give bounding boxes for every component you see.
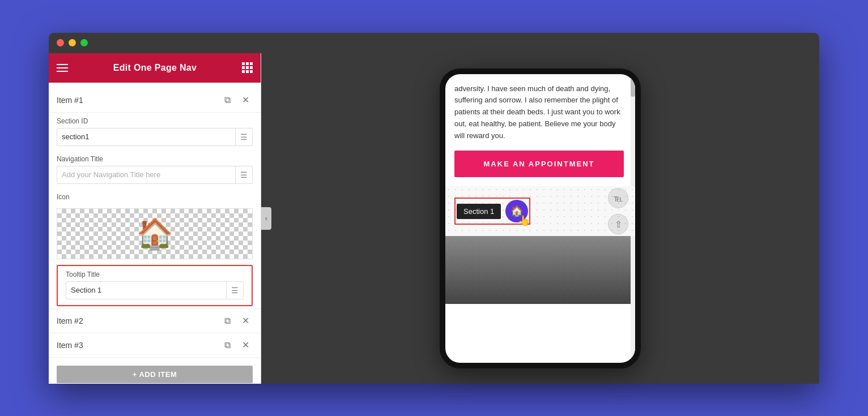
window-body: Edit One Page Nav Item #1 ⧉ ✕: [49, 53, 819, 384]
tooltip-title-input[interactable]: [66, 282, 226, 298]
item-2-delete-button[interactable]: ✕: [238, 314, 253, 328]
section-id-field: Section ID ☰: [49, 113, 261, 151]
phone-text-content: adversity. I have seen much of death and…: [445, 74, 635, 187]
left-panel: Edit One Page Nav Item #1 ⧉ ✕: [49, 53, 261, 384]
tooltip-title-label: Tooltip Title: [66, 271, 244, 278]
phone-paragraph: adversity. I have seen much of death and…: [454, 83, 624, 142]
nav-title-icon-button[interactable]: ☰: [235, 166, 252, 183]
side-nav-icons: ℡ ⇧: [608, 188, 628, 234]
maximize-button[interactable]: [80, 39, 88, 46]
dotted-section: Section 1 🏠 👆 ℡ ⇧: [445, 186, 635, 236]
nav-contact-icon[interactable]: ℡: [608, 188, 628, 208]
section-id-label: Section ID: [57, 117, 253, 125]
nav-title-label: Navigation Title: [57, 155, 253, 163]
collapse-panel-button[interactable]: ‹: [261, 207, 271, 230]
right-panel: ‹ adversity. I have seen much of death a…: [261, 53, 819, 384]
nav-title-input-wrap: ☰: [57, 166, 253, 184]
hamburger-icon[interactable]: [57, 64, 68, 72]
item-1-row: Item #1 ⧉ ✕: [49, 88, 261, 113]
panel-header: Edit One Page Nav: [49, 53, 261, 83]
phone-mockup: adversity. I have seen much of death and…: [440, 68, 641, 368]
nav-title-input[interactable]: [57, 167, 235, 182]
item-1-actions: ⧉ ✕: [220, 93, 253, 108]
item-1-expanded: Item #1 ⧉ ✕ Section ID ☰: [49, 88, 261, 309]
icon-label: Icon: [57, 193, 253, 201]
tooltip-title-icon-button[interactable]: ☰: [226, 282, 243, 299]
titlebar: [49, 33, 819, 53]
item-3-row: Item #3 ⧉ ✕: [49, 333, 261, 358]
phone-scrollbar-thumb: [631, 74, 635, 97]
minimize-button[interactable]: [69, 39, 76, 46]
add-item-wrap: + ADD ITEM: [49, 358, 261, 384]
main-window: Edit One Page Nav Item #1 ⧉ ✕: [49, 33, 819, 384]
section-id-input[interactable]: [57, 129, 235, 144]
section1-tooltip: Section 1: [457, 204, 501, 219]
tooltip-title-input-wrap: ☰: [66, 281, 244, 299]
icon-preview[interactable]: 🏠: [57, 208, 253, 259]
tooltip-title-section: Tooltip Title ☰: [57, 265, 253, 306]
section1-container: Section 1 🏠 👆: [454, 198, 530, 225]
cursor-hand-icon: 👆: [518, 215, 530, 227]
nav-title-field: Navigation Title ☰: [49, 151, 261, 188]
icon-field: Icon: [49, 188, 261, 208]
appointment-button[interactable]: MAKE AN APPOINTMENT: [454, 151, 624, 177]
phone-screen: adversity. I have seen much of death and…: [445, 74, 635, 363]
item-1-label: Item #1: [57, 96, 220, 105]
item-3-duplicate-button[interactable]: ⧉: [220, 338, 235, 353]
close-button[interactable]: [57, 39, 64, 46]
person-image: [445, 236, 635, 304]
item-3-delete-button[interactable]: ✕: [238, 338, 253, 353]
item-2-label: Item #2: [57, 316, 220, 325]
item-2-row: Item #2 ⧉ ✕: [49, 309, 261, 333]
item-3-actions: ⧉ ✕: [220, 338, 253, 353]
item-3-label: Item #3: [57, 341, 220, 350]
nav-home-button[interactable]: 🏠 👆: [505, 200, 528, 222]
panel-title: Edit One Page Nav: [113, 63, 197, 73]
section-id-input-wrap: ☰: [57, 128, 253, 146]
add-item-button[interactable]: + ADD ITEM: [57, 366, 253, 383]
section-id-icon-button[interactable]: ☰: [235, 128, 252, 145]
panel-content: Item #1 ⧉ ✕ Section ID ☰: [49, 83, 261, 384]
grid-icon[interactable]: [242, 62, 253, 73]
nav-up-icon[interactable]: ⇧: [608, 214, 628, 234]
item-2-duplicate-button[interactable]: ⧉: [220, 314, 235, 328]
home-icon: 🏠: [137, 219, 173, 248]
item-2-actions: ⧉ ✕: [220, 314, 253, 328]
item-1-duplicate-button[interactable]: ⧉: [220, 93, 235, 108]
item-1-delete-button[interactable]: ✕: [238, 93, 253, 108]
phone-bottom-image: [445, 236, 635, 304]
